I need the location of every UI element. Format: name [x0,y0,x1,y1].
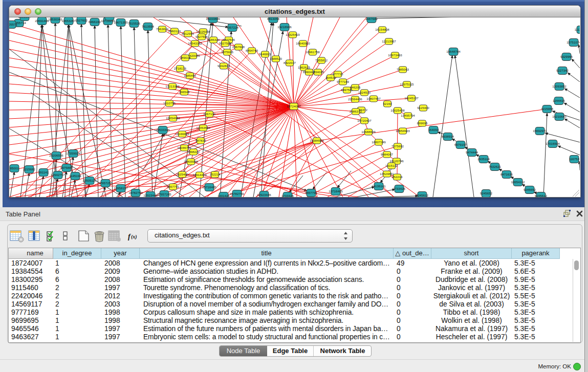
svg-text:7955812: 7955812 [315,58,328,62]
svg-text:3215958: 3215958 [541,107,554,111]
svg-text:196549: 196549 [179,90,190,94]
svg-text:17957265: 17957265 [157,192,171,196]
svg-text:18807249: 18807249 [372,140,386,144]
svg-text:10958157: 10958157 [114,186,128,190]
svg-text:9975887: 9975887 [60,166,73,169]
svg-text:10688609: 10688609 [361,130,376,134]
svg-text:16245137: 16245137 [404,96,419,100]
svg-text:9657791: 9657791 [305,191,318,194]
svg-text:20691406: 20691406 [35,19,49,23]
svg-text:12093852: 12093852 [552,84,567,88]
svg-text:7515526: 7515526 [128,21,141,25]
svg-text:9327505: 9327505 [195,35,208,38]
svg-text:12975115: 12975115 [400,82,414,86]
svg-text:2367608: 2367608 [232,45,245,49]
svg-text:2986372: 2986372 [350,110,362,113]
svg-text:9329966: 9329966 [560,55,573,58]
svg-text:9245612: 9245612 [535,194,548,198]
svg-text:7625402: 7625402 [176,172,189,176]
svg-text:12213967: 12213967 [382,39,396,43]
svg-text:13325419: 13325419 [286,33,300,36]
svg-text:10025438: 10025438 [390,108,405,112]
svg-text:8471636: 8471636 [500,172,513,176]
svg-text:9245652: 9245652 [524,188,536,191]
svg-text:16914479: 16914479 [192,173,207,177]
svg-text:7485063: 7485063 [397,68,409,71]
svg-text:16543382: 16543382 [188,41,202,45]
svg-text:14136141: 14136141 [372,184,386,188]
svg-text:2005334: 2005334 [18,17,31,18]
svg-text:10653267: 10653267 [61,19,76,23]
svg-text:6466160: 6466160 [89,20,101,24]
svg-text:12505125: 12505125 [82,179,97,182]
svg-text:977716: 977716 [333,72,343,76]
svg-text:10654112: 10654112 [511,180,525,184]
svg-text:19384554: 19384554 [310,139,324,142]
svg-text:1685493: 1685493 [184,74,197,77]
svg-text:9146821: 9146821 [259,52,272,56]
svg-text:8454749: 8454749 [246,49,258,52]
svg-text:9327504: 9327504 [219,41,232,45]
svg-text:20533346: 20533346 [156,128,170,132]
svg-text:1362615: 1362615 [298,65,311,69]
svg-text:12923446: 12923446 [143,193,158,197]
svg-text:15720407: 15720407 [357,119,372,122]
svg-text:9115400: 9115400 [417,106,429,110]
svg-text:12213383: 12213383 [165,84,180,88]
svg-text:16782759: 16782759 [128,191,143,194]
svg-text:5498222: 5498222 [187,150,200,154]
svg-text:3267130: 3267130 [203,112,216,116]
svg-text:10046786: 10046786 [177,146,191,149]
svg-text:9657791: 9657791 [167,185,180,188]
svg-text:18724007: 18724007 [287,104,301,108]
svg-text:16782759: 16782759 [230,192,244,195]
svg-text:16154808: 16154808 [375,28,389,31]
svg-text:8813054: 8813054 [267,17,280,20]
svg-text:10807457: 10807457 [366,97,381,100]
svg-text:16640910: 16640910 [296,41,310,45]
svg-text:1733426: 1733426 [281,194,294,198]
svg-text:391141: 391141 [38,170,49,174]
svg-text:1527602: 1527602 [75,18,88,22]
svg-text:252214: 252214 [210,172,221,176]
svg-text:17957255: 17957255 [98,181,113,185]
svg-text:9884067: 9884067 [381,152,394,156]
svg-text:15692971: 15692971 [533,129,547,133]
svg-text:9245652: 9245652 [480,191,493,195]
svg-text:16210643: 16210643 [552,115,567,118]
svg-text:10671355: 10671355 [114,20,128,24]
svg-text:9245612: 9245612 [416,193,429,197]
svg-text:1145194: 1145194 [69,174,81,178]
svg-text:12923446: 12923446 [257,193,271,196]
svg-text:17359924: 17359924 [66,151,80,155]
svg-text:8322037: 8322037 [284,61,296,64]
svg-text:8960123: 8960123 [168,29,181,33]
svg-text:16033809: 16033809 [206,17,220,20]
svg-text:2935114: 2935114 [477,157,490,161]
svg-text:1244415: 1244415 [553,99,565,102]
svg-text:15716485: 15716485 [202,185,216,189]
svg-text:7663822: 7663822 [156,27,169,31]
svg-text:164093: 164093 [428,128,439,132]
svg-text:2087682: 2087682 [365,17,378,20]
svg-text:13716485: 13716485 [329,189,343,193]
svg-text:12942757: 12942757 [51,173,65,177]
svg-text:7632621: 7632621 [489,165,502,168]
svg-text:1405571: 1405571 [9,23,18,26]
svg-text:7357224: 7357224 [226,26,239,29]
svg-text:899695: 899695 [417,121,428,125]
svg-text:9474444: 9474444 [466,150,478,154]
svg-text:3875685: 3875685 [221,50,234,54]
svg-text:9227342: 9227342 [556,69,569,72]
svg-text:13495794: 13495794 [401,114,415,117]
svg-text:8990448: 8990448 [303,70,316,74]
svg-text:16961758: 16961758 [306,50,320,54]
svg-text:1733426: 1733426 [393,187,406,190]
svg-text:16409948: 16409948 [184,160,198,163]
svg-text:8912954: 8912954 [182,32,194,35]
svg-text:17016504: 17016504 [546,142,560,145]
svg-text:19166825: 19166825 [175,132,189,136]
svg-text:6579197: 6579197 [454,143,467,146]
svg-text:19218906: 19218906 [277,25,292,29]
svg-text:19654983: 19654983 [166,116,180,120]
